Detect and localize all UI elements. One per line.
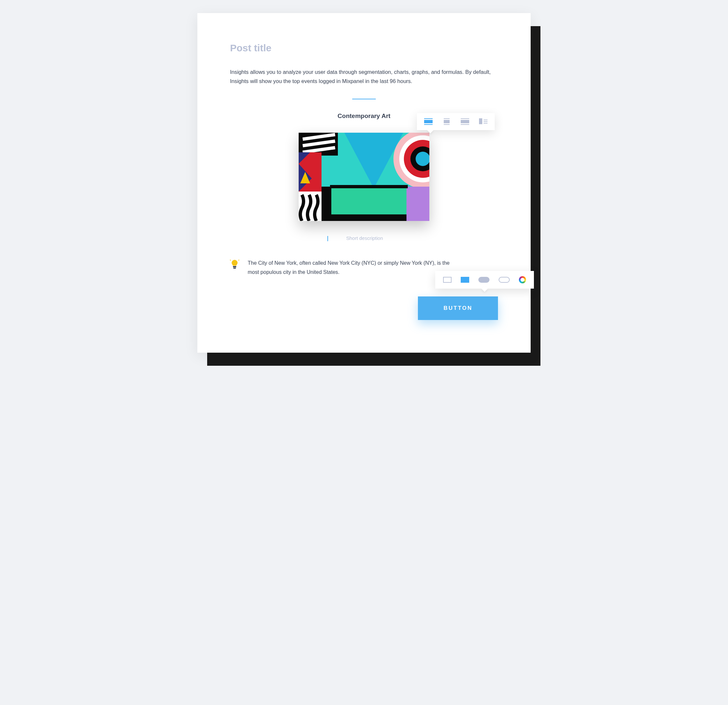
svg-rect-16 (331, 186, 406, 214)
style-pill-outline-icon[interactable] (498, 277, 510, 283)
layout-wide-icon[interactable] (461, 118, 469, 125)
svg-line-24 (230, 260, 231, 260)
style-square-outline-icon[interactable] (443, 277, 452, 283)
svg-rect-20 (330, 185, 408, 188)
short-description-row (230, 234, 498, 242)
svg-rect-22 (233, 268, 236, 269)
svg-rect-18 (322, 186, 331, 221)
text-cursor (327, 236, 328, 241)
layout-centered-icon[interactable] (442, 118, 451, 125)
editor-card: Post title Insights allows you to analyz… (197, 13, 531, 352)
section-divider (352, 99, 376, 99)
tip-text[interactable]: The City of New York, often called New Y… (248, 259, 457, 277)
svg-point-15 (416, 152, 429, 166)
style-pill-fill-icon[interactable] (478, 277, 490, 283)
intro-paragraph[interactable]: Insights allows you to analyze your user… (230, 67, 498, 86)
color-picker-icon[interactable] (519, 276, 526, 283)
cta-button[interactable]: BUTTON (418, 296, 498, 320)
svg-line-25 (238, 260, 239, 260)
svg-rect-21 (233, 266, 236, 267)
style-square-fill-icon[interactable] (461, 277, 469, 283)
media-image[interactable] (299, 133, 429, 221)
post-title[interactable]: Post title (230, 42, 498, 53)
layout-fullwidth-icon[interactable] (424, 118, 433, 125)
layout-popover (417, 113, 495, 130)
layout-left-icon[interactable] (479, 118, 488, 125)
svg-rect-17 (406, 186, 429, 221)
short-description-input[interactable] (329, 234, 401, 242)
lightbulb-icon (230, 259, 239, 270)
media-block[interactable] (299, 133, 429, 221)
button-style-popover (435, 271, 534, 289)
button-area: BUTTON (230, 296, 498, 320)
